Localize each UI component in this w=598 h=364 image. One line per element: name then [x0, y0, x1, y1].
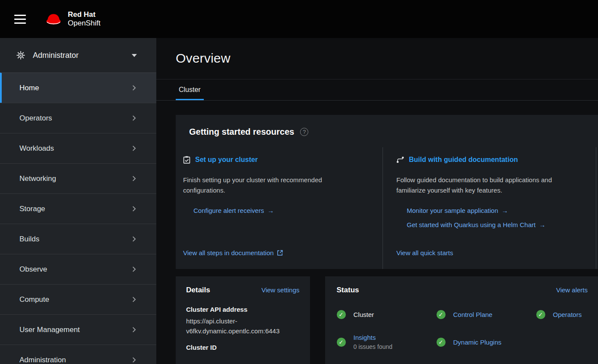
chevron-right-icon: [131, 206, 137, 212]
check-circle-icon: ✓: [337, 338, 346, 347]
arrow-right-icon: →: [502, 207, 508, 214]
clipboard-check-icon: [183, 156, 190, 164]
status-item-dynamic-plugins: ✓ Dynamic Plugins: [437, 334, 536, 350]
chevron-right-icon: [131, 266, 137, 272]
redhat-logo-icon: [45, 13, 62, 26]
sidebar-item-operators[interactable]: Operators: [0, 103, 156, 133]
perspective-switcher[interactable]: Administrator: [0, 38, 156, 73]
control-plane-link[interactable]: Control Plane: [453, 311, 493, 318]
check-circle-icon: ✓: [437, 338, 446, 347]
view-all-steps-link[interactable]: View all steps in documentation: [183, 249, 283, 256]
external-link-icon: [277, 250, 283, 256]
status-item-insights: ✓ Insights 0 issues found: [337, 334, 437, 350]
view-settings-link[interactable]: View settings: [261, 286, 299, 294]
dashboard: Getting started resources ? Set up your …: [156, 101, 598, 364]
masthead: Red Hat OpenShift: [0, 0, 598, 38]
sidebar-item-networking[interactable]: Networking: [0, 163, 156, 193]
status-card: Status View alerts ✓ Cluster ✓ Control P…: [325, 276, 598, 364]
tab-bar: Cluster: [156, 79, 598, 101]
sidebar-item-user-management[interactable]: User Management: [0, 314, 156, 345]
chevron-right-icon: [131, 176, 137, 181]
cluster-api-address-value: https://api.cluster-v6fkv.dynamic.opentl…: [186, 316, 300, 336]
chevron-right-icon: [131, 85, 137, 91]
gear-icon: [16, 51, 25, 60]
hamburger-menu-button[interactable]: [14, 15, 26, 24]
quarkus-helm-chart-link[interactable]: Get started with Quarkus using a Helm Ch…: [407, 221, 545, 228]
guided-documentation-heading[interactable]: Build with guided documentation: [396, 156, 583, 164]
details-card: Details View settings Cluster API addres…: [176, 276, 310, 364]
cluster-api-address-field: Cluster API address https://api.cluster-…: [186, 306, 300, 336]
configure-alert-receivers-link[interactable]: Configure alert receivers →: [193, 207, 274, 214]
status-title: Status: [337, 286, 359, 294]
status-item-control-plane: ✓ Control Plane: [437, 310, 536, 319]
tab-cluster[interactable]: Cluster: [176, 79, 204, 100]
brand-name-bottom: OpenShift: [68, 19, 101, 28]
cluster-id-field: Cluster ID: [186, 344, 300, 351]
main-content: Overview Cluster Getting started resourc…: [156, 38, 598, 364]
guided-documentation-description: Follow guided documentation to build app…: [396, 175, 579, 196]
view-all-quick-starts-link[interactable]: View all quick starts: [396, 249, 453, 256]
arrow-right-icon: →: [539, 221, 545, 228]
chevron-right-icon: [131, 146, 137, 151]
page-header: Overview: [156, 38, 598, 66]
guided-route-icon: [396, 156, 404, 163]
chevron-right-icon: [131, 115, 137, 121]
perspective-label: Administrator: [33, 51, 132, 60]
sidebar-item-compute[interactable]: Compute: [0, 284, 156, 314]
check-circle-icon: ✓: [337, 310, 346, 319]
sidebar-item-observe[interactable]: Observe: [0, 254, 156, 284]
getting-started-card: Getting started resources ? Set up your …: [176, 115, 598, 269]
chevron-right-icon: [131, 357, 137, 363]
view-alerts-link[interactable]: View alerts: [556, 286, 588, 294]
setup-cluster-heading[interactable]: Set up your cluster: [183, 156, 370, 164]
openshift-console: Red Hat OpenShift Administrator: [0, 0, 598, 364]
status-item-cluster: ✓ Cluster: [337, 310, 437, 319]
arrow-right-icon: →: [267, 207, 274, 214]
chevron-right-icon: [131, 297, 137, 302]
sidebar-item-storage[interactable]: Storage: [0, 193, 156, 224]
setup-cluster-description: Finish setting up your cluster with reco…: [183, 175, 365, 196]
sidebar-nav: Administrator Home Operators Workloads N…: [0, 38, 156, 364]
sidebar-item-builds[interactable]: Builds: [0, 224, 156, 254]
help-icon[interactable]: ?: [300, 128, 308, 136]
nav-list: Home Operators Workloads Networking Stor…: [0, 73, 156, 364]
chevron-right-icon: [131, 236, 137, 242]
operators-link[interactable]: Operators: [553, 311, 582, 318]
guided-documentation-column: Build with guided documentation Follow g…: [383, 147, 596, 269]
check-circle-icon: ✓: [437, 310, 446, 319]
sidebar-item-administration[interactable]: Administration: [0, 345, 156, 364]
brand-name-top: Red Hat: [68, 10, 101, 19]
chevron-right-icon: [131, 327, 137, 332]
sidebar-item-workloads[interactable]: Workloads: [0, 133, 156, 163]
setup-cluster-column: Set up your cluster Finish setting up yo…: [176, 147, 383, 269]
status-item-operators: ✓ Operators: [536, 310, 588, 319]
caret-down-icon: [132, 54, 137, 57]
cropped-column: [596, 147, 598, 269]
details-title: Details: [186, 286, 210, 294]
redhat-openshift-logo: Red Hat OpenShift: [45, 10, 101, 28]
monitor-sample-application-link[interactable]: Monitor your sample application →: [407, 207, 508, 214]
insights-link[interactable]: Insights: [354, 334, 392, 341]
getting-started-title: Getting started resources: [189, 127, 294, 137]
page-title: Overview: [176, 51, 598, 66]
dynamic-plugins-link[interactable]: Dynamic Plugins: [453, 339, 502, 346]
insights-issues-count: 0 issues found: [354, 343, 392, 350]
sidebar-item-home[interactable]: Home: [0, 73, 156, 103]
check-circle-icon: ✓: [536, 310, 545, 319]
